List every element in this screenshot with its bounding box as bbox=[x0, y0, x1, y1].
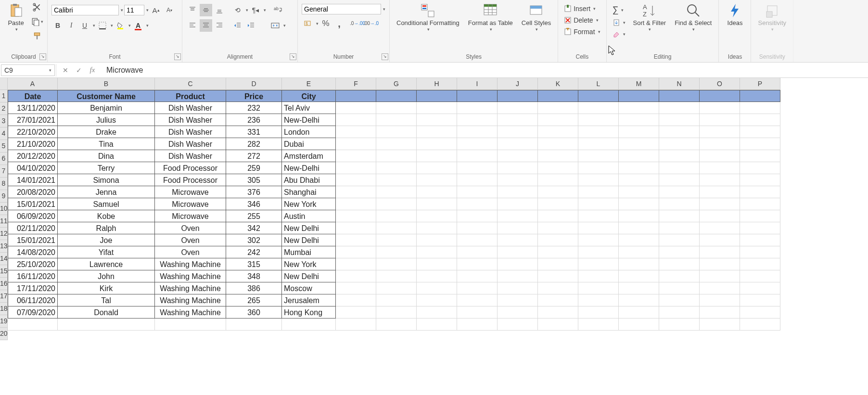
cell[interactable] bbox=[336, 306, 376, 319]
cell[interactable] bbox=[578, 306, 619, 319]
cell[interactable]: Amsterdam bbox=[282, 150, 336, 162]
align-top-button[interactable] bbox=[186, 4, 199, 16]
column-header-D[interactable]: D bbox=[226, 78, 282, 90]
row-header-10[interactable]: 10 bbox=[0, 203, 8, 215]
cell[interactable]: 376 bbox=[226, 186, 282, 198]
percent-button[interactable]: % bbox=[319, 17, 332, 30]
conditional-formatting-button[interactable]: Conditional Formatting▾ bbox=[394, 1, 462, 34]
cell[interactable] bbox=[417, 306, 457, 319]
cell[interactable] bbox=[578, 282, 619, 294]
cell[interactable] bbox=[619, 210, 659, 222]
cell[interactable] bbox=[457, 306, 498, 319]
cell[interactable] bbox=[457, 246, 498, 258]
autosum-button[interactable]: ∑▾ bbox=[611, 4, 627, 16]
chevron-down-icon[interactable]: ▾ bbox=[316, 21, 319, 26]
cell[interactable] bbox=[417, 198, 457, 210]
cell[interactable]: 242 bbox=[226, 246, 282, 258]
cell[interactable]: Microwave bbox=[155, 186, 226, 198]
cell[interactable] bbox=[417, 319, 457, 331]
column-header-M[interactable]: M bbox=[619, 78, 659, 90]
cell[interactable]: Tina bbox=[58, 138, 155, 150]
cell[interactable] bbox=[376, 306, 417, 319]
cell[interactable] bbox=[619, 234, 659, 246]
cell[interactable]: 305 bbox=[226, 174, 282, 186]
row-header-7[interactable]: 7 bbox=[0, 165, 8, 178]
chevron-down-icon[interactable]: ▾ bbox=[111, 23, 113, 28]
cell[interactable]: 22/10/2020 bbox=[8, 126, 58, 138]
cell[interactable] bbox=[376, 174, 417, 186]
cell[interactable]: New Delhi bbox=[282, 270, 336, 282]
row-header-11[interactable]: 11 bbox=[0, 215, 8, 228]
cell[interactable] bbox=[740, 186, 780, 198]
cell[interactable] bbox=[700, 210, 740, 222]
cell[interactable] bbox=[376, 198, 417, 210]
cell[interactable] bbox=[498, 114, 538, 126]
cell[interactable]: 14/08/2020 bbox=[8, 246, 58, 258]
cell[interactable]: Tal bbox=[58, 294, 155, 306]
cell[interactable]: Food Processor bbox=[155, 174, 226, 186]
font-size-input[interactable] bbox=[124, 5, 144, 15]
chevron-down-icon[interactable]: ▾ bbox=[146, 8, 149, 13]
row-header-2[interactable]: 2 bbox=[0, 102, 8, 115]
cell[interactable] bbox=[619, 294, 659, 306]
cut-button[interactable] bbox=[31, 1, 43, 13]
font-dialog-launcher[interactable]: ↘ bbox=[174, 53, 181, 60]
cell[interactable] bbox=[498, 282, 538, 294]
fill-button[interactable]: ▾ bbox=[611, 18, 627, 27]
number-dialog-launcher[interactable]: ↘ bbox=[382, 53, 388, 60]
cell[interactable] bbox=[659, 114, 700, 126]
cell[interactable]: Microwave bbox=[155, 198, 226, 210]
cell[interactable] bbox=[498, 234, 538, 246]
cell[interactable] bbox=[457, 138, 498, 150]
cell[interactable] bbox=[740, 234, 780, 246]
cell[interactable]: Jerusalem bbox=[282, 294, 336, 306]
orientation-button[interactable]: ⟲ bbox=[231, 4, 244, 16]
cell[interactable] bbox=[578, 198, 619, 210]
cell[interactable]: 15/01/2021 bbox=[8, 234, 58, 246]
cell[interactable] bbox=[538, 270, 578, 282]
cell[interactable]: Abu Dhabi bbox=[282, 174, 336, 186]
cell[interactable] bbox=[376, 282, 417, 294]
cell[interactable] bbox=[578, 162, 619, 174]
increase-decimal-button[interactable]: .0→.00 bbox=[351, 17, 364, 30]
cell[interactable]: 02/11/2020 bbox=[8, 222, 58, 234]
cell[interactable]: Washing Machine bbox=[155, 270, 226, 282]
cell[interactable] bbox=[376, 90, 417, 102]
cell[interactable] bbox=[659, 102, 700, 114]
cell[interactable] bbox=[498, 138, 538, 150]
insert-function-button[interactable]: fx bbox=[86, 64, 99, 76]
cell[interactable] bbox=[659, 174, 700, 186]
cell[interactable] bbox=[659, 162, 700, 174]
cell[interactable] bbox=[538, 258, 578, 270]
formula-input[interactable] bbox=[102, 64, 868, 76]
cell[interactable] bbox=[659, 222, 700, 234]
cell[interactable]: Dish Washer bbox=[155, 114, 226, 126]
cell[interactable] bbox=[498, 102, 538, 114]
cell[interactable]: Food Processor bbox=[155, 162, 226, 174]
cell[interactable] bbox=[740, 174, 780, 186]
chevron-down-icon[interactable]: ▾ bbox=[383, 7, 385, 12]
row-header-5[interactable]: 5 bbox=[0, 140, 8, 153]
cell[interactable] bbox=[498, 319, 538, 331]
cell[interactable]: 13/11/2020 bbox=[8, 102, 58, 114]
cell[interactable] bbox=[498, 174, 538, 186]
cell[interactable] bbox=[498, 162, 538, 174]
column-header-N[interactable]: N bbox=[659, 78, 700, 90]
column-header-L[interactable]: L bbox=[578, 78, 619, 90]
cell[interactable] bbox=[538, 102, 578, 114]
cell[interactable]: 06/09/2020 bbox=[8, 210, 58, 222]
cell[interactable] bbox=[538, 306, 578, 319]
cell[interactable] bbox=[578, 210, 619, 222]
cell[interactable]: 20/08/2020 bbox=[8, 186, 58, 198]
format-painter-button[interactable] bbox=[31, 30, 43, 42]
cell[interactable] bbox=[336, 90, 376, 102]
cell[interactable] bbox=[282, 319, 336, 331]
cell[interactable] bbox=[457, 90, 498, 102]
cell[interactable] bbox=[417, 246, 457, 258]
cell[interactable] bbox=[417, 162, 457, 174]
cell[interactable] bbox=[58, 319, 155, 331]
cell[interactable] bbox=[578, 258, 619, 270]
cell[interactable]: New Delhi bbox=[282, 222, 336, 234]
cell[interactable] bbox=[740, 150, 780, 162]
column-header-J[interactable]: J bbox=[498, 78, 538, 90]
